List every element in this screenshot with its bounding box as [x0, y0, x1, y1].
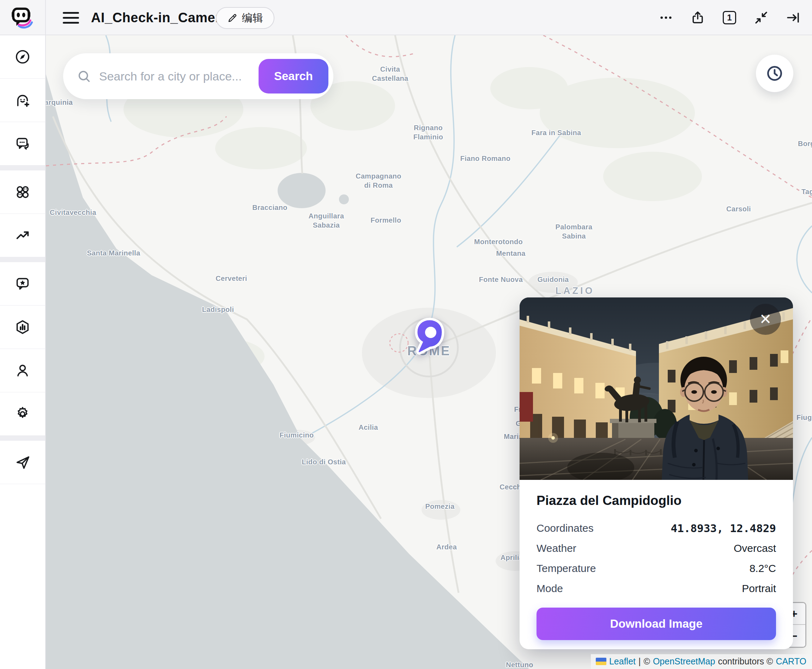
info-row: Coordinates41.8933, 12.4829 [537, 518, 776, 538]
attrib-separator: | [638, 656, 641, 667]
collapse-panel-button[interactable] [785, 9, 802, 26]
sidebar-divider [0, 436, 45, 441]
trending-up-icon [15, 227, 31, 244]
map-place-label: Fonte Nuova [479, 275, 523, 284]
minimize-button[interactable] [753, 9, 770, 26]
info-label: Mode [537, 583, 563, 595]
carto-link[interactable]: CARTO [776, 656, 806, 667]
map-place-label: Fara in Sabina [532, 128, 581, 137]
map-place-label: Acilia [358, 423, 378, 432]
map-place-label: Santa Marinella [87, 249, 140, 257]
map-place-label: Ladispoli [202, 305, 234, 314]
star-chat-icon [15, 276, 31, 292]
sidebar-item-compass[interactable] [0, 35, 45, 79]
map-place-label: Formello [371, 215, 401, 225]
search-button[interactable]: Search [258, 59, 329, 94]
map-place-label: Anguillara Sabazia [309, 211, 344, 230]
page-title: AI_Check-in_Camera [91, 0, 228, 35]
send-icon [15, 454, 31, 471]
map-place-label: Monterotondo [474, 237, 523, 246]
menu-button[interactable] [63, 9, 81, 26]
map-place-label: Fiumicino [279, 430, 314, 440]
page-indicator-button[interactable]: 1 [721, 9, 738, 26]
sidebar-item-chats[interactable] [0, 122, 45, 165]
sidebar-item-personas-grid[interactable] [0, 170, 45, 214]
ellipsis-icon [659, 10, 673, 25]
app-logo[interactable] [0, 0, 46, 35]
robot-logo-icon [11, 6, 34, 29]
info-value: 8.2°C [750, 562, 776, 575]
sidebar-item-add-persona[interactable] [0, 79, 45, 122]
map-place-label: Borgorose [798, 139, 812, 148]
info-value: Portrait [742, 583, 776, 595]
sidebar-item-featured-chat[interactable] [0, 262, 45, 306]
info-rows: Coordinates41.8933, 12.4829WeatherOverca… [537, 518, 776, 598]
map-place-label: Mentana [496, 249, 525, 258]
map-place-label: Nettuno [506, 660, 534, 669]
map-place-label: LAZIO [555, 285, 595, 297]
sidebar-item-send[interactable] [0, 441, 45, 484]
info-row: WeatherOvercast [537, 538, 776, 558]
info-value: 41.8933, 12.4829 [671, 522, 776, 535]
map-attribution: Leaflet | © OpenStreetMap contributors ©… [591, 654, 812, 669]
checkin-card: ✕ Piazza del Campidoglio Coordinates41.8… [520, 298, 793, 649]
minimize-icon [754, 10, 768, 25]
sidebar-item-analytics[interactable] [0, 306, 45, 349]
share-icon [690, 10, 705, 25]
hexagon-chart-icon [15, 319, 31, 335]
info-label: Temperature [537, 562, 596, 575]
info-label: Coordinates [537, 522, 594, 534]
attrib-copyright: © [643, 656, 650, 667]
attrib-contributors: contributors © [718, 656, 773, 667]
map-place-label: Bracciano [252, 203, 287, 212]
edit-button[interactable]: 编辑 [216, 7, 274, 29]
search-icon [77, 69, 91, 84]
leaflet-link[interactable]: Leaflet [609, 656, 636, 667]
map-place-label: Campagnano di Roma [356, 171, 401, 190]
ukraine-flag-icon [596, 658, 606, 665]
download-image-button[interactable]: Download Image [537, 608, 776, 640]
share-button[interactable] [689, 9, 706, 26]
map-search-bar: Search [63, 53, 333, 99]
map-place-label: Rignano Flaminio [413, 123, 443, 141]
app-header: AI_Check-in_Camera 编辑 1 [0, 0, 812, 35]
more-options-button[interactable] [658, 9, 674, 26]
map-place-label: Tagliacozzo [802, 187, 812, 196]
pencil-icon [227, 13, 238, 23]
checkin-photo: ✕ [520, 298, 793, 480]
map-place-label: Guidonia [537, 275, 569, 284]
map-place-label: Fiuggi [797, 413, 812, 422]
gear-icon [15, 406, 31, 422]
sidebar-divider [0, 257, 45, 262]
map-place-label: Civita Castellana [372, 65, 408, 83]
map-place-label: Pomezia [425, 502, 454, 511]
info-row: ModePortrait [537, 578, 776, 598]
skip-to-end-icon [785, 10, 800, 25]
info-value: Overcast [734, 542, 776, 554]
close-card-button[interactable]: ✕ [750, 304, 781, 335]
map-place-label: Lido di Ostia [302, 457, 346, 466]
compass-icon [15, 49, 31, 65]
sidebar [0, 35, 46, 669]
map-place-label: Civitavecchia [50, 208, 96, 217]
osm-link[interactable]: OpenStreetMap [653, 656, 715, 667]
map-place-label: Fiano Romano [460, 154, 511, 163]
sidebar-item-settings[interactable] [0, 392, 45, 436]
edit-button-label: 编辑 [242, 11, 263, 25]
location-pin-marker[interactable] [412, 316, 447, 358]
map-canvas[interactable]: arquiniaCivita CastellanaRignano Flamini… [46, 35, 812, 669]
clock-icon [765, 64, 784, 82]
history-button[interactable] [756, 55, 793, 92]
place-title: Piazza del Campidoglio [537, 493, 776, 508]
sidebar-divider [0, 165, 45, 170]
map-place-label: Carsoli [726, 204, 751, 213]
map-place-label: Cerveteri [216, 274, 247, 283]
sidebar-item-trending[interactable] [0, 214, 45, 257]
person-icon [15, 362, 31, 378]
sidebar-item-profile[interactable] [0, 349, 45, 392]
search-input[interactable] [99, 69, 258, 83]
chat-bubbles-icon [15, 136, 31, 152]
info-row: Temperature8.2°C [537, 558, 776, 578]
personas-grid-icon [15, 184, 31, 200]
info-label: Weather [537, 542, 576, 554]
